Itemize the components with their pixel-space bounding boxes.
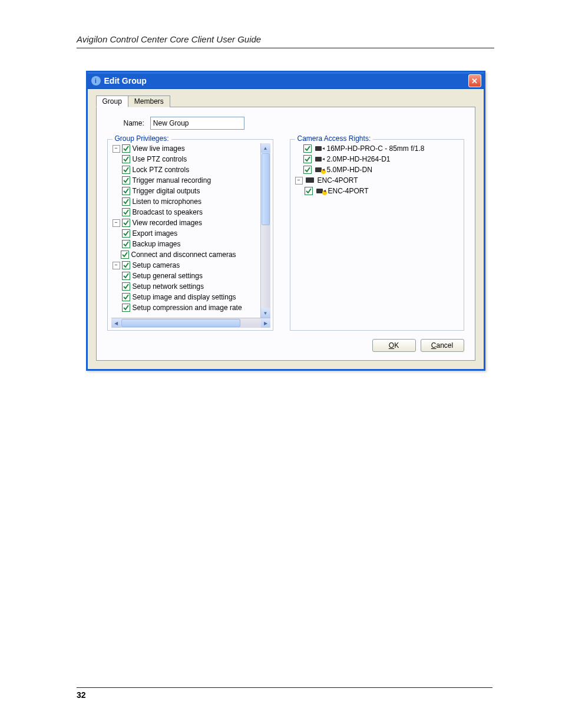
checkbox[interactable]	[122, 240, 130, 248]
tree-item[interactable]: −View recorded images	[113, 218, 260, 228]
rights-legend: Camera Access Rights:	[295, 134, 373, 143]
footer-rule	[77, 687, 492, 688]
tree-item[interactable]: ENC-4PORT	[305, 186, 461, 196]
tree-item[interactable]: Export images	[122, 228, 260, 239]
tree-item-label: Broadcast to speakers	[133, 207, 203, 218]
checkbox[interactable]	[121, 251, 129, 259]
scroll-left-icon[interactable]: ◀	[111, 318, 121, 328]
checkbox[interactable]	[122, 293, 130, 301]
hscroll-thumb[interactable]	[121, 319, 240, 327]
close-icon[interactable]: ✕	[468, 74, 481, 87]
tree-item-label: Trigger digital outputs	[133, 186, 200, 196]
checkbox[interactable]	[122, 272, 130, 280]
tree-item-label: 5.0MP-HD-DN	[327, 164, 372, 175]
checkbox[interactable]	[122, 144, 130, 153]
scroll-thumb[interactable]	[262, 153, 270, 225]
checkbox[interactable]	[122, 166, 130, 174]
tab-group[interactable]: Group	[96, 95, 128, 107]
vertical-scrollbar[interactable]: ▲ ▼	[260, 143, 270, 318]
name-input[interactable]	[150, 117, 244, 130]
tree-item-label: Export images	[133, 228, 178, 239]
edit-group-dialog: i Edit Group ✕ Group Members Name: Group…	[86, 71, 485, 371]
tree-item[interactable]: −Setup cameras	[113, 260, 260, 271]
checkbox[interactable]	[303, 144, 312, 153]
tree-item-label: Setup compression and image rate	[133, 302, 242, 313]
header-rule	[77, 48, 494, 48]
checkbox[interactable]	[303, 155, 312, 163]
tree-item[interactable]: Lock PTZ controls	[122, 164, 260, 175]
camera-icon	[315, 167, 325, 173]
tab-members[interactable]: Members	[128, 95, 170, 107]
tree-item[interactable]: Setup compression and image rate	[122, 302, 260, 313]
tree-toggle-icon[interactable]: −	[113, 262, 120, 269]
tree-item-label: Setup image and display settings	[133, 292, 236, 302]
tree-item[interactable]: Trigger manual recording	[122, 175, 260, 186]
scroll-up-icon[interactable]: ▲	[261, 143, 270, 153]
tree-item[interactable]: 5.0MP-HD-DN	[295, 164, 461, 175]
checkbox[interactable]	[122, 208, 130, 216]
camera-icon	[316, 188, 326, 194]
tree-item-label: Lock PTZ controls	[133, 164, 190, 175]
ok-button[interactable]: OK	[372, 339, 416, 352]
tree-item-label: Use PTZ controls	[133, 154, 187, 164]
scroll-right-icon[interactable]: ▶	[261, 318, 270, 328]
tree-toggle-icon[interactable]: −	[113, 145, 120, 153]
titlebar[interactable]: i Edit Group ✕	[88, 73, 484, 89]
checkbox[interactable]	[122, 282, 130, 291]
checkbox[interactable]	[303, 166, 312, 174]
camera-tree[interactable]: 16MP-HD-PRO-C - 85mm f/1.82.0MP-HD-H264-…	[294, 143, 461, 327]
tab-strip: Group Members	[96, 95, 475, 107]
tree-item[interactable]: Use PTZ controls	[122, 154, 260, 164]
tree-item[interactable]: Backup images	[122, 239, 260, 249]
page-number: 32	[77, 690, 492, 700]
tree-item[interactable]: −ENC-4PORT	[295, 175, 461, 186]
checkbox[interactable]	[122, 219, 130, 227]
tree-item-label: Setup general settings	[133, 271, 203, 281]
tree-item[interactable]: Setup network settings	[122, 281, 260, 292]
camera-icon	[315, 156, 325, 162]
privileges-tree[interactable]: −View live imagesUse PTZ controlsLock PT…	[111, 143, 270, 318]
checkbox[interactable]	[122, 176, 130, 185]
tree-item-label: View recorded images	[133, 218, 203, 228]
tree-item[interactable]: −View live images	[113, 143, 260, 154]
doc-header: Avigilon Control Center Core Client User…	[77, 34, 494, 44]
encoder-icon	[306, 177, 315, 183]
cancel-button[interactable]: Cancel	[421, 339, 464, 352]
group-privileges-fieldset: Group Privileges: −View live imagesUse P…	[107, 139, 273, 331]
checkbox[interactable]	[122, 261, 130, 269]
tree-item-label: ENC-4PORT	[318, 175, 358, 186]
checkbox[interactable]	[122, 187, 130, 195]
tree-item-label: View live images	[133, 143, 185, 154]
tree-item-label: Backup images	[133, 239, 181, 249]
tab-pane-group: Name: Group Privileges: −View live image…	[96, 107, 475, 361]
scroll-down-icon[interactable]: ▼	[261, 308, 270, 318]
checkbox[interactable]	[305, 187, 313, 195]
warning-badge-icon	[321, 169, 326, 174]
tree-item-label: ENC-4PORT	[328, 186, 369, 196]
tree-item[interactable]: Setup image and display settings	[122, 292, 260, 302]
app-icon: i	[91, 76, 101, 85]
privileges-legend: Group Privileges:	[113, 134, 171, 143]
tree-item-label: 2.0MP-HD-H264-D1	[327, 154, 391, 164]
dialog-title: Edit Group	[104, 76, 468, 85]
tree-item[interactable]: Trigger digital outputs	[122, 186, 260, 196]
checkbox[interactable]	[122, 197, 130, 206]
tree-item[interactable]: Listen to microphones	[122, 196, 260, 207]
tree-item-label: Setup cameras	[133, 260, 180, 271]
checkbox[interactable]	[122, 229, 130, 238]
tree-item-label: 16MP-HD-PRO-C - 85mm f/1.8	[327, 143, 425, 154]
checkbox[interactable]	[122, 155, 130, 163]
name-label: Name:	[124, 119, 144, 127]
tree-item[interactable]: Connect and disconnect cameras	[113, 249, 260, 260]
tree-item[interactable]: 16MP-HD-PRO-C - 85mm f/1.8	[295, 143, 461, 154]
warning-badge-icon	[322, 190, 327, 195]
tree-item-label: Trigger manual recording	[133, 175, 211, 186]
checkbox[interactable]	[122, 304, 130, 312]
tree-toggle-icon[interactable]: −	[113, 219, 120, 227]
horizontal-scrollbar[interactable]: ◀ ▶	[111, 318, 270, 328]
tree-toggle-icon[interactable]: −	[295, 177, 303, 185]
tree-item[interactable]: Broadcast to speakers	[122, 207, 260, 218]
tree-item[interactable]: 2.0MP-HD-H264-D1	[295, 154, 461, 164]
camera-icon	[315, 146, 325, 151]
tree-item[interactable]: Setup general settings	[122, 271, 260, 281]
